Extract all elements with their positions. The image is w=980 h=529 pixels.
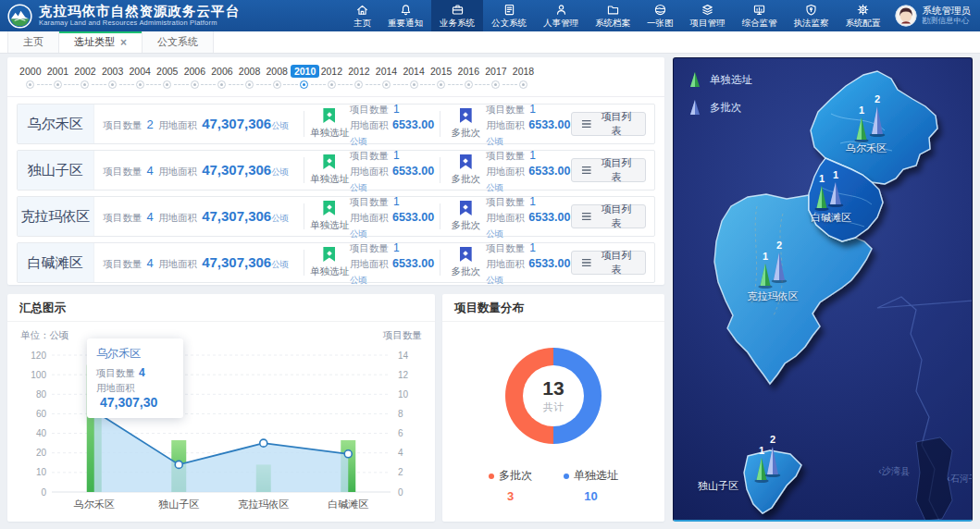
donut-legend-item[interactable]: 单独选址10 [564, 468, 618, 503]
nav-item-label: 一张图 [647, 18, 674, 30]
single-count-value: 1 [393, 195, 400, 208]
timeline-year[interactable]: 2012 [345, 66, 373, 77]
svg-text:4: 4 [398, 448, 403, 458]
timeline-dot[interactable] [428, 80, 455, 90]
tab-主页[interactable]: 主页 [7, 31, 59, 53]
legend-value: 10 [564, 489, 618, 503]
project-list-button[interactable]: 项目列表 [571, 112, 646, 136]
timeline-year[interactable]: 2017 [482, 66, 510, 77]
map-panel[interactable]: 单独选址多批次 [673, 57, 973, 522]
divider [440, 111, 440, 137]
district-row: 克拉玛依区 项目数量4 用地面积47,307,306公顷 单独选址 项目数量1 … [17, 196, 655, 237]
timeline-dot[interactable] [510, 80, 538, 90]
tooltip-title: 乌尔禾区 [96, 346, 174, 362]
timeline-year[interactable]: 2006 [181, 66, 209, 77]
nav-item-briefcase[interactable]: 业务系统 [431, 0, 483, 31]
timeline-dot[interactable] [154, 80, 181, 90]
project-list-button[interactable]: 项目列表 [571, 251, 646, 275]
page: 克拉玛依市自然资源政务云平台 Karamay Land and Resource… [0, 0, 980, 529]
nav-item-map-globe[interactable]: 一张图 [639, 0, 682, 31]
svg-text:120: 120 [31, 351, 46, 361]
area-value: 47,307,306 [202, 208, 271, 224]
combo-chart[interactable]: 0010220440660880101001212014乌尔禾区独山子区克拉玛依… [19, 344, 424, 518]
timeline-year[interactable]: 2012 [318, 66, 346, 77]
timeline-dot[interactable] [208, 80, 236, 90]
user-info[interactable]: 系统管理员 勘测信息中心 [889, 5, 980, 27]
single-area-value: 6533.00 [392, 118, 434, 131]
project-list-button[interactable]: 项目列表 [571, 158, 646, 182]
district-map[interactable]: 12乌尔禾区11白碱滩区12克拉玛依区12独山子区‹沙湾县‹石河子 [674, 58, 973, 522]
timeline-dot[interactable] [291, 80, 318, 90]
multi-batch-badge: 多批次 [445, 247, 486, 278]
donut-legend: 多批次3单独选址10 [442, 468, 664, 503]
donut-total: 13 [542, 377, 564, 400]
count-value: 4 [147, 164, 154, 178]
nav-item-document[interactable]: 公文系统 [483, 0, 535, 31]
timeline-year[interactable]: 2010 [291, 66, 318, 77]
multi-count-value: 1 [529, 103, 536, 116]
timeline-dot[interactable] [263, 80, 291, 90]
svg-text:8: 8 [398, 409, 403, 419]
timeline-dot[interactable] [236, 80, 264, 90]
timeline-year[interactable]: 2002 [71, 66, 99, 77]
tab-close-icon[interactable]: × [120, 38, 127, 47]
timeline-dot[interactable] [400, 80, 428, 90]
timeline-year[interactable]: 2015 [428, 66, 455, 77]
divider [304, 203, 304, 229]
timeline-year[interactable]: 2008 [236, 66, 264, 77]
timeline-dot[interactable] [455, 80, 483, 90]
svg-text:独山子区: 独山子区 [158, 498, 199, 510]
legend-dot-icon [564, 474, 569, 479]
svg-text:1: 1 [759, 445, 764, 456]
donut-legend-item[interactable]: 多批次3 [489, 468, 532, 503]
single-site-badge: 单独选址 [309, 201, 350, 232]
area-label: 用地面积 [158, 258, 197, 269]
top-nav: 主页重要通知业务系统公文系统人事管理系统档案一张图项目管理综合监管执法监察系统配… [345, 0, 889, 31]
timeline-dot[interactable] [482, 80, 510, 90]
user-avatar [895, 5, 917, 27]
tab-选址类型[interactable]: 选址类型× [59, 31, 143, 53]
timeline-year[interactable]: 2008 [263, 66, 291, 77]
timeline-year[interactable]: 2000 [17, 66, 44, 77]
summary-chart-panel: 汇总图示 单位：公顷 项目数量 001022044066088010100121… [7, 294, 435, 522]
timeline-year[interactable]: 2004 [126, 66, 154, 77]
project-distribution-panel: 项目数量分布 13 共计 多批次3单独选址10 [442, 294, 664, 522]
nav-item-shield[interactable]: 执法监察 [786, 0, 837, 31]
tab-bar: 主页选址类型×公文系统 [0, 31, 980, 54]
timeline-dot[interactable] [17, 80, 44, 90]
timeline-dot[interactable] [99, 80, 127, 90]
timeline-year[interactable]: 2003 [99, 66, 127, 77]
timeline-dot[interactable] [373, 80, 401, 90]
nav-item-monitor[interactable]: 综合监管 [734, 0, 786, 31]
timeline-dot[interactable] [71, 80, 99, 90]
person-icon [554, 3, 568, 17]
nav-item-bell[interactable]: 重要通知 [379, 0, 431, 31]
map-region-label: 乌尔禾区 [845, 142, 887, 154]
timeline-dot[interactable] [318, 80, 346, 90]
svg-text:14: 14 [398, 351, 409, 361]
timeline-year[interactable]: 2014 [373, 66, 401, 77]
timeline-year[interactable]: 2014 [400, 66, 428, 77]
multi-batch-label: 多批次 [445, 219, 486, 232]
timeline-year[interactable]: 2006 [208, 66, 236, 77]
timeline-year[interactable]: 2018 [510, 66, 538, 77]
timeline-year[interactable]: 2005 [154, 66, 181, 77]
count-label: 项目数量 [104, 212, 143, 223]
timeline-year[interactable]: 2016 [455, 66, 483, 77]
tab-公文系统[interactable]: 公文系统 [143, 31, 214, 53]
nav-item-person[interactable]: 人事管理 [535, 0, 587, 31]
nav-item-gear[interactable]: 系统配置 [837, 0, 889, 31]
timeline-dot[interactable] [345, 80, 373, 90]
project-list-button[interactable]: 项目列表 [571, 204, 646, 228]
donut-chart[interactable]: 13 共计 [505, 348, 602, 444]
timeline-dot[interactable] [44, 80, 72, 90]
nav-item-folder[interactable]: 系统档案 [587, 0, 639, 31]
timeline-dot[interactable] [126, 80, 154, 90]
nav-item-layers[interactable]: 项目管理 [682, 0, 734, 31]
svg-text:1: 1 [819, 173, 825, 184]
line-point [175, 461, 182, 468]
nav-item-home[interactable]: 主页 [345, 0, 379, 31]
timeline-year[interactable]: 2001 [44, 66, 72, 77]
multi-area-value: 6533.00 [528, 257, 570, 270]
timeline-dot[interactable] [181, 80, 209, 90]
